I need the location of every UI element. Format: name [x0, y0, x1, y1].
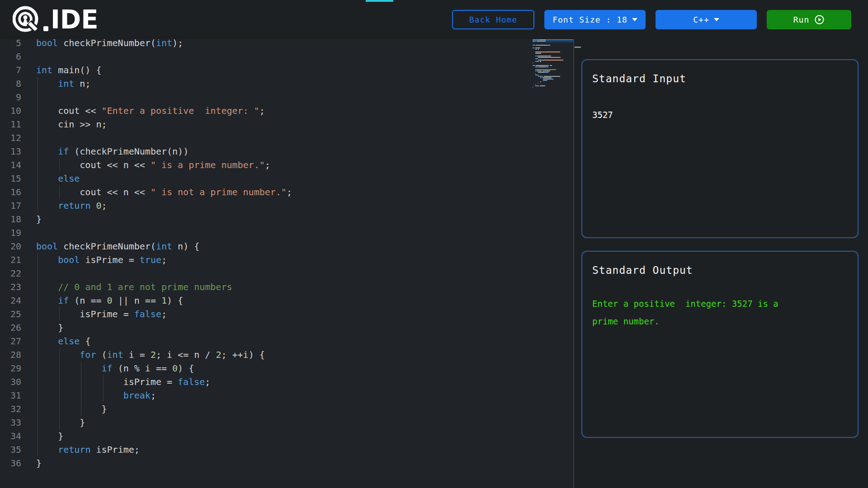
- line-number: 24: [0, 294, 21, 307]
- line-number: 25: [0, 307, 21, 321]
- code-line: 27 else {: [0, 334, 292, 348]
- run-label: Run: [793, 15, 810, 24]
- line-number: 31: [0, 389, 21, 402]
- line-number: 9: [0, 90, 21, 104]
- logo-q-icon: [13, 5, 42, 34]
- code-line: 24 if (n == 0 || n == 1) {: [0, 294, 292, 307]
- code-line: 10 cout << "Enter a positive integer: ";: [0, 104, 292, 117]
- font-size-label: Font Size : 18: [552, 15, 627, 24]
- language-label: C++: [693, 15, 709, 24]
- code-line: 23 // 0 and 1 are not prime numbers: [0, 280, 292, 294]
- top-loading-indicator: [366, 0, 393, 2]
- line-number: 22: [0, 267, 21, 280]
- app-root: IDE Back Home Font Size : 18 C++ Run: [0, 0, 868, 488]
- line-number: 16: [0, 185, 21, 199]
- line-number: 12: [0, 131, 21, 145]
- code-line: 11 cin >> n;: [0, 117, 292, 131]
- line-number: 28: [0, 348, 21, 361]
- logo-period-dot: [43, 26, 48, 31]
- code-editor[interactable]: 5bool checkPrimeNumber(int);67int main()…: [0, 39, 573, 488]
- line-number: 5: [0, 39, 21, 50]
- code-line: 17 return 0;: [0, 199, 292, 212]
- code-line: 12: [0, 131, 292, 145]
- chevron-down-icon: [632, 18, 637, 21]
- back-home-label: Back Home: [469, 15, 518, 24]
- line-number: 29: [0, 361, 21, 375]
- code-line: 32 }: [0, 402, 292, 416]
- code-line: 25 isPrime = false;: [0, 307, 292, 321]
- standard-input-panel[interactable]: Standard Input 3527: [581, 59, 859, 238]
- line-number: 11: [0, 117, 21, 131]
- code-line: 14 cout << n << " is a prime number.";: [0, 158, 292, 172]
- code-line: 16 cout << n << " is not a prime number.…: [0, 185, 292, 199]
- line-number: 14: [0, 158, 21, 172]
- code-line: 9: [0, 90, 292, 104]
- code-line: 7int main() {: [0, 63, 292, 77]
- play-circle-icon: [814, 14, 825, 25]
- line-number: 17: [0, 199, 21, 212]
- line-number: 8: [0, 77, 21, 90]
- line-number: 20: [0, 239, 21, 253]
- code-line: 13 if (checkPrimeNumber(n)): [0, 145, 292, 158]
- app-header: IDE Back Home Font Size : 18 C++ Run: [0, 0, 868, 39]
- line-number: 7: [0, 63, 21, 77]
- app-logo: IDE: [13, 5, 99, 34]
- line-number: 10: [0, 104, 21, 117]
- code-line: 28 for (int i = 2; i <= n / 2; ++i) {: [0, 348, 292, 361]
- standard-output-title: Standard Output: [592, 264, 848, 276]
- run-button[interactable]: Run: [767, 10, 851, 29]
- logo-text: IDE: [51, 7, 99, 33]
- code-line: 34 }: [0, 429, 292, 443]
- code-line: 5bool checkPrimeNumber(int);: [0, 39, 292, 50]
- code-line: 31 break;: [0, 389, 292, 402]
- code-line: 26 }: [0, 321, 292, 334]
- code-line: 35 return isPrime;: [0, 443, 292, 456]
- line-number: 23: [0, 280, 21, 294]
- io-pane: Standard Input 3527 Standard Output Ente…: [574, 39, 868, 488]
- line-number: 34: [0, 429, 21, 443]
- code-line: 33 }: [0, 416, 292, 429]
- code-line: 21 bool isPrime = true;: [0, 253, 292, 267]
- line-number: 6: [0, 50, 21, 63]
- language-dropdown[interactable]: C++: [656, 10, 757, 29]
- code-line: 22: [0, 267, 292, 280]
- code-line: 30 isPrime = false;: [0, 375, 292, 389]
- code-line: 18}: [0, 212, 292, 226]
- font-size-dropdown[interactable]: Font Size : 18: [544, 10, 646, 29]
- line-number: 27: [0, 334, 21, 348]
- code-lines: 5bool checkPrimeNumber(int);67int main()…: [0, 39, 292, 470]
- standard-input-value[interactable]: 3527: [592, 110, 848, 120]
- line-number: 18: [0, 212, 21, 226]
- line-number: 36: [0, 456, 21, 470]
- standard-output-panel: Standard Output Enter a positive integer…: [581, 251, 859, 438]
- code-line: 36}: [0, 456, 292, 470]
- line-number: 32: [0, 402, 21, 416]
- back-home-button[interactable]: Back Home: [452, 10, 534, 29]
- chevron-down-icon: [714, 18, 719, 21]
- standard-output-text: Enter a positive integer: 3527 is a prim…: [592, 295, 800, 330]
- code-line: 6: [0, 50, 292, 63]
- minimap-rows: [533, 39, 573, 88]
- code-line: 8 int n;: [0, 77, 292, 90]
- standard-input-title: Standard Input: [592, 73, 848, 84]
- line-number: 13: [0, 145, 21, 158]
- line-number: 30: [0, 375, 21, 389]
- line-number: 26: [0, 321, 21, 334]
- code-line: 20bool checkPrimeNumber(int n) {: [0, 239, 292, 253]
- code-line: 15 else: [0, 172, 292, 185]
- line-number: 35: [0, 443, 21, 456]
- header-buttons: Back Home Font Size : 18 C++ Run: [452, 10, 851, 29]
- minimap[interactable]: [533, 39, 573, 93]
- code-line: 19: [0, 226, 292, 239]
- line-number: 15: [0, 172, 21, 185]
- line-number: 21: [0, 253, 21, 267]
- code-line: 29 if (n % i == 0) {: [0, 361, 292, 375]
- line-number: 19: [0, 226, 21, 239]
- line-number: 33: [0, 416, 21, 429]
